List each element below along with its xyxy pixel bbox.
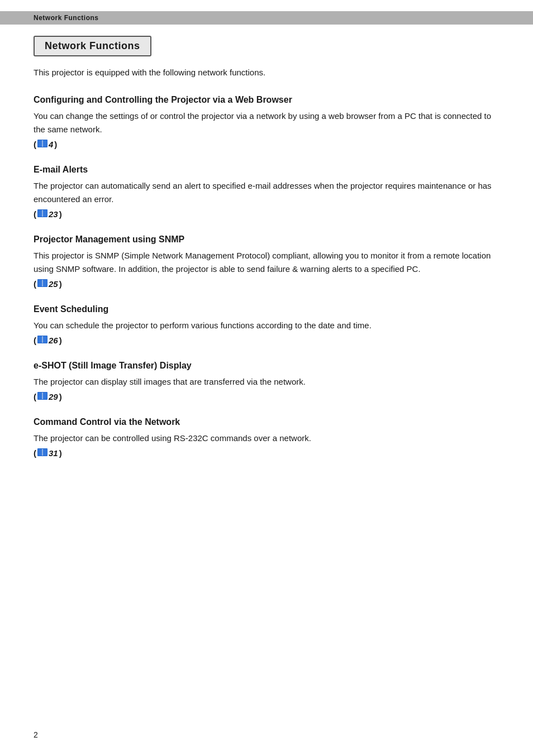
- section-heading-email-alerts: E-mail Alerts: [34, 165, 499, 175]
- svg-rect-19: [43, 393, 47, 399]
- page-number: 2: [34, 730, 38, 739]
- ref-number: 26: [49, 336, 58, 345]
- section-content-snmp: This projector is SNMP (Simple Network M…: [34, 249, 499, 276]
- section-block-snmp: Projector Management using SNMPThis proj…: [34, 235, 499, 289]
- section-content-web-browser: You can change the settings of or contro…: [34, 109, 499, 136]
- svg-rect-22: [38, 449, 42, 456]
- section-content-email-alerts: The projector can automatically send an …: [34, 179, 499, 206]
- svg-rect-1: [42, 140, 43, 147]
- svg-rect-21: [42, 449, 43, 456]
- book-icon: [37, 448, 47, 458]
- breadcrumb-bar: Network Functions: [0, 11, 533, 25]
- section-heading-event-scheduling: Event Scheduling: [34, 304, 499, 314]
- section-content-command-control: The projector can be controlled using RS…: [34, 432, 499, 445]
- section-block-web-browser: Configuring and Controlling the Projecto…: [34, 95, 499, 149]
- svg-rect-6: [38, 210, 42, 217]
- section-reference-e-shot: ( 29): [34, 392, 499, 401]
- svg-rect-18: [38, 393, 42, 399]
- ref-number: 25: [49, 279, 58, 289]
- ref-number: 23: [49, 209, 58, 219]
- svg-rect-13: [42, 336, 43, 343]
- sections-container: Configuring and Controlling the Projecto…: [34, 95, 499, 458]
- ref-open-paren: (: [34, 140, 36, 149]
- svg-rect-5: [42, 210, 43, 217]
- book-icon: [37, 336, 47, 345]
- intro-paragraph: This projector is equipped with the foll…: [34, 66, 499, 79]
- section-block-event-scheduling: Event SchedulingYou can schedule the pro…: [34, 304, 499, 345]
- page-container: Network Functions Network Functions This…: [0, 0, 533, 756]
- svg-rect-23: [43, 449, 47, 456]
- section-reference-event-scheduling: ( 26): [34, 336, 499, 345]
- ref-close-paren: ): [59, 392, 62, 401]
- ref-open-paren: (: [34, 209, 36, 219]
- book-icon: [37, 209, 47, 219]
- ref-number: 31: [49, 448, 58, 458]
- ref-close-paren: ): [59, 209, 62, 219]
- svg-rect-2: [38, 140, 42, 147]
- section-heading-command-control: Command Control via the Network: [34, 417, 499, 427]
- ref-close-paren: ): [59, 336, 62, 345]
- ref-number: 4: [49, 140, 53, 149]
- breadcrumb-text: Network Functions: [34, 14, 99, 22]
- svg-rect-17: [42, 393, 43, 399]
- section-block-e-shot: e-SHOT (Still Image Transfer) DisplayThe…: [34, 361, 499, 401]
- svg-rect-10: [38, 280, 42, 286]
- section-title-text: Network Functions: [45, 40, 140, 51]
- section-heading-e-shot: e-SHOT (Still Image Transfer) Display: [34, 361, 499, 371]
- ref-open-paren: (: [34, 448, 36, 458]
- ref-close-paren: ): [54, 140, 57, 149]
- book-icon: [37, 392, 47, 401]
- section-heading-snmp: Projector Management using SNMP: [34, 235, 499, 245]
- ref-open-paren: (: [34, 279, 36, 289]
- svg-rect-11: [43, 280, 47, 286]
- ref-open-paren: (: [34, 336, 36, 345]
- book-icon: [37, 140, 47, 149]
- svg-rect-9: [42, 280, 43, 286]
- svg-rect-15: [43, 336, 47, 343]
- ref-number: 29: [49, 392, 58, 401]
- section-reference-snmp: ( 25): [34, 279, 499, 289]
- book-icon: [37, 279, 47, 289]
- ref-open-paren: (: [34, 392, 36, 401]
- section-block-command-control: Command Control via the NetworkThe proje…: [34, 417, 499, 458]
- section-title-box: Network Functions: [34, 36, 151, 56]
- section-block-email-alerts: E-mail AlertsThe projector can automatic…: [34, 165, 499, 219]
- section-reference-web-browser: ( 4): [34, 140, 499, 149]
- svg-rect-7: [43, 210, 47, 217]
- section-reference-command-control: ( 31): [34, 448, 499, 458]
- svg-rect-14: [38, 336, 42, 343]
- ref-close-paren: ): [59, 448, 62, 458]
- section-content-e-shot: The projector can display still images t…: [34, 375, 499, 389]
- section-reference-email-alerts: ( 23): [34, 209, 499, 219]
- svg-rect-3: [43, 140, 47, 147]
- ref-close-paren: ): [59, 279, 62, 289]
- section-heading-web-browser: Configuring and Controlling the Projecto…: [34, 95, 499, 105]
- section-content-event-scheduling: You can schedule the projector to perfor…: [34, 319, 499, 332]
